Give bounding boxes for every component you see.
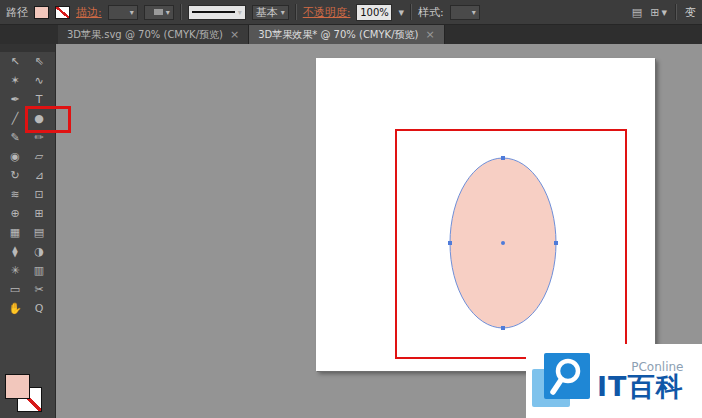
lasso-tool[interactable]: ∿ xyxy=(27,71,51,90)
anchor-point-left[interactable] xyxy=(448,241,452,245)
watermark-text: PConline IT百科 xyxy=(597,361,683,402)
divider xyxy=(410,4,412,20)
tab-close-icon[interactable]: × xyxy=(425,28,434,41)
tools-panel-header[interactable] xyxy=(0,44,55,52)
width-profile-icon xyxy=(154,9,163,15)
chevron-down-icon: ▾ xyxy=(130,8,134,17)
artboard[interactable] xyxy=(316,58,655,371)
divider xyxy=(295,4,297,20)
watermark: PConline IT百科 xyxy=(526,344,702,418)
chevron-down-icon: ▾ xyxy=(472,8,476,17)
fill-swatch[interactable] xyxy=(5,374,30,399)
magic-wand-tool[interactable]: ✶ xyxy=(3,71,27,90)
stroke-line-icon xyxy=(192,11,235,13)
tab-close-icon[interactable]: × xyxy=(230,28,239,41)
scale-tool[interactable]: ⊿ xyxy=(27,166,51,185)
line-segment-tool[interactable]: ╱ xyxy=(3,109,27,128)
chevron-down-icon: ▾ xyxy=(281,8,285,17)
opacity-dropdown-button[interactable]: ▾ xyxy=(398,6,404,19)
tab-label: 3D苹果效果* @ 70% (CMYK/预览) xyxy=(258,28,418,42)
opacity-value: 100% xyxy=(360,7,389,18)
free-transform-tool[interactable]: ⊡ xyxy=(27,185,51,204)
fill-color-swatch[interactable] xyxy=(34,6,49,19)
anchor-point-right[interactable] xyxy=(554,241,558,245)
document-tab-1[interactable]: 3D苹果.svg @ 70% (CMYK/预览) × xyxy=(58,25,249,44)
tab-label: 3D苹果.svg @ 70% (CMYK/预览) xyxy=(67,28,223,42)
stroke-label[interactable]: 描边: xyxy=(76,5,102,20)
stroke-weight-dropdown[interactable]: ▾ xyxy=(108,5,138,20)
eraser-tool[interactable]: ▱ xyxy=(27,147,51,166)
blend-tool[interactable]: ◑ xyxy=(27,242,51,261)
rotate-tool[interactable]: ↻ xyxy=(3,166,27,185)
hand-tool[interactable]: ✋ xyxy=(3,299,27,318)
options-grid-icon: ⊞ xyxy=(650,6,659,19)
width-tool[interactable]: ≋ xyxy=(3,185,27,204)
style-dropdown[interactable]: ▾ xyxy=(450,5,480,20)
artwork-layer xyxy=(316,58,655,371)
direct-selection-tool[interactable]: ⇖ xyxy=(27,52,51,71)
divider xyxy=(180,4,182,20)
style-label: 样式: xyxy=(418,5,444,20)
chevron-down-icon: ▾ xyxy=(238,8,242,17)
control-bar-right-group: ▤ ⊞ ▾ 变 xyxy=(632,4,696,20)
divider xyxy=(675,4,677,20)
illustrator-window: 路径 描边: ▾ ▾ ▾ 基本 ▾ 不透明度: 100% ▾ 样式: ▾ xyxy=(0,0,702,418)
ellipse-tool-highlight xyxy=(25,106,71,133)
fill-stroke-swatches xyxy=(0,370,56,416)
pen-tool[interactable]: ✒ xyxy=(3,90,27,109)
selection-tool[interactable]: ↖ xyxy=(3,52,27,71)
document-tab-2[interactable]: 3D苹果效果* @ 70% (CMYK/预览) × xyxy=(249,25,445,44)
shape-builder-tool[interactable]: ⊕ xyxy=(3,204,27,223)
paintbrush-tool[interactable]: ✎ xyxy=(3,128,27,147)
control-bar: 路径 描边: ▾ ▾ ▾ 基本 ▾ 不透明度: 100% ▾ 样式: ▾ xyxy=(0,0,702,25)
width-profile-dropdown[interactable]: ▾ xyxy=(144,5,174,20)
perspective-grid-tool[interactable]: ⊞ xyxy=(27,204,51,223)
slice-tool[interactable]: ✂ xyxy=(27,280,51,299)
zoom-tool[interactable]: Q xyxy=(27,299,51,318)
magnifier-logo-icon xyxy=(532,351,590,411)
document-tab-bar: 3D苹果.svg @ 70% (CMYK/预览) × 3D苹果效果* @ 70%… xyxy=(0,25,702,44)
brush-definition-dropdown[interactable]: 基本 ▾ xyxy=(252,5,289,20)
chevron-down-icon: ▾ xyxy=(398,6,404,19)
anchor-point-bottom[interactable] xyxy=(501,326,505,330)
gradient-tool[interactable]: ▤ xyxy=(27,223,51,242)
opacity-input[interactable]: 100% xyxy=(356,4,392,21)
eyedropper-tool[interactable]: ⧫ xyxy=(3,242,27,261)
transform-label-partial: 变 xyxy=(685,5,696,20)
stroke-color-swatch[interactable] xyxy=(55,6,70,19)
mesh-tool[interactable]: ▦ xyxy=(3,223,27,242)
tools-panel: ↖ ⇖ ✶ ∿ ✒ T ╱ ● ✎ ✏ ◉ ▱ ↻ ⊿ ≋ ⊡ ⊕ ⊞ ▦ ▤ … xyxy=(0,44,56,418)
symbol-sprayer-tool[interactable]: ✳ xyxy=(3,261,27,280)
anchor-point-top[interactable] xyxy=(501,156,505,160)
brush-definition-value: 基本 xyxy=(256,5,278,20)
align-panel-icon[interactable]: ▤ xyxy=(632,6,642,19)
tool-grid: ↖ ⇖ ✶ ∿ ✒ T ╱ ● ✎ ✏ ◉ ▱ ↻ ⊿ ≋ ⊡ ⊕ ⊞ ▦ ▤ … xyxy=(3,52,51,318)
object-type-label: 路径 xyxy=(6,5,28,20)
column-graph-tool[interactable]: ▥ xyxy=(27,261,51,280)
chevron-down-icon: ▾ xyxy=(661,6,667,19)
artboard-tool[interactable]: ▭ xyxy=(3,280,27,299)
options-grid-button[interactable]: ⊞ ▾ xyxy=(650,6,667,19)
watermark-title: IT百科 xyxy=(597,373,683,401)
opacity-label[interactable]: 不透明度: xyxy=(303,5,351,20)
brush-stroke-preview-dropdown[interactable]: ▾ xyxy=(188,5,246,20)
blob-brush-tool[interactable]: ◉ xyxy=(3,147,27,166)
chevron-down-icon: ▾ xyxy=(166,8,170,17)
center-point[interactable] xyxy=(501,241,505,245)
